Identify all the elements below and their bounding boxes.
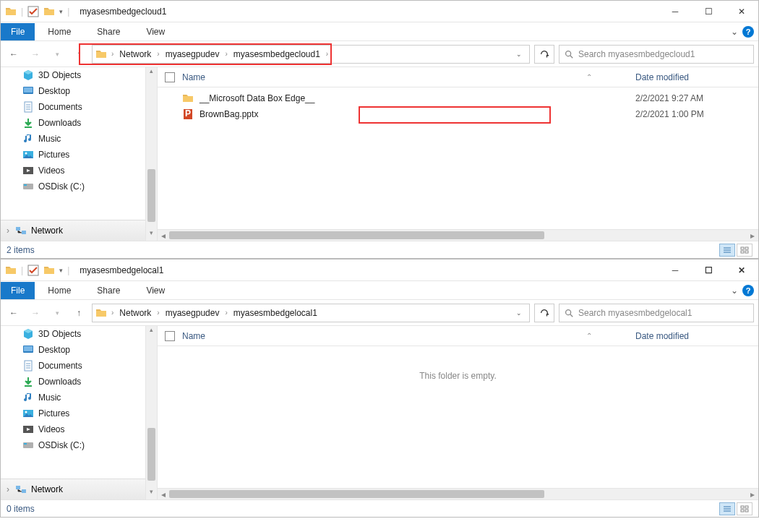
col-name[interactable]: Name⌃ (182, 72, 635, 82)
status-bar: 2 items (1, 241, 758, 258)
tab-home[interactable]: Home (35, 282, 84, 299)
minimize-button[interactable]: ─ (659, 259, 692, 281)
ribbon-collapse[interactable]: ⌄ (731, 27, 738, 37)
check-icon[interactable] (27, 265, 39, 276)
status-bar: 0 items (1, 499, 758, 517)
forward-button[interactable]: → (27, 46, 44, 63)
maximize-button[interactable]: ☐ (692, 259, 725, 281)
tab-home[interactable]: Home (35, 23, 84, 40)
nav-documents[interactable]: Documents (1, 358, 145, 374)
back-button[interactable]: ← (5, 46, 22, 63)
details-view-button[interactable] (719, 244, 735, 257)
col-name[interactable]: Name⌃ (182, 331, 635, 341)
up-button[interactable]: ↑ (70, 304, 87, 322)
nav-3d-objects[interactable]: 3D Objects (1, 67, 145, 83)
address-dropdown[interactable]: ⌄ (512, 51, 526, 58)
select-all-checkbox[interactable] (165, 72, 175, 82)
address-dropdown[interactable]: ⌄ (512, 309, 526, 317)
breadcrumb-sep[interactable]: › (110, 50, 115, 58)
file-row-pptx[interactable]: BrownBag.pptx 2/2/2021 1:00 PM (158, 106, 758, 122)
nav-scrollbar[interactable]: ▴ ▾ (145, 67, 157, 241)
details-view-button[interactable] (719, 502, 735, 515)
help-icon[interactable]: ? (742, 285, 754, 296)
nav-pictures[interactable]: Pictures (1, 147, 145, 163)
tab-share[interactable]: Share (84, 282, 133, 299)
nav-desktop[interactable]: Desktop (1, 83, 145, 99)
nav-network-group[interactable]: Network (1, 220, 145, 241)
nav-scrollbar[interactable]: ▴ ▾ (145, 326, 157, 499)
nav-3d-objects[interactable]: 3D Objects (1, 326, 145, 342)
recent-button[interactable]: ▾ (48, 46, 66, 63)
horizontal-scrollbar[interactable]: ◂ ▸ (158, 229, 758, 241)
breadcrumb-share[interactable]: myasesmbedgecloud1 (232, 49, 322, 59)
refresh-button[interactable] (534, 45, 554, 64)
nav-osdisk[interactable]: OSDisk (C:) (1, 437, 145, 453)
folder-icon (182, 93, 194, 104)
icons-view-button[interactable] (737, 502, 752, 515)
address-bar[interactable]: › Network › myasegpudev › myasesmbedgecl… (92, 45, 530, 64)
breadcrumb-sep[interactable]: › (223, 50, 228, 58)
ribbon-collapse[interactable]: ⌄ (731, 286, 738, 296)
col-date[interactable]: Date modified (635, 72, 758, 82)
nav-documents[interactable]: Documents (1, 99, 145, 115)
nav-music[interactable]: Music (1, 131, 145, 147)
file-row-folder[interactable]: __Microsoft Data Box Edge__ 2/2/2021 9:2… (158, 90, 758, 106)
refresh-button[interactable] (534, 304, 554, 322)
nav-music[interactable]: Music (1, 390, 145, 406)
forward-button[interactable]: → (27, 304, 44, 322)
file-tab[interactable]: File (1, 282, 35, 299)
qat-divider: | (21, 265, 23, 275)
tab-view[interactable]: View (133, 23, 178, 40)
qat-dropdown[interactable]: ▾ (59, 8, 63, 15)
breadcrumb-host[interactable]: myasegpudev (164, 308, 221, 318)
breadcrumb-sep[interactable]: › (325, 50, 330, 58)
breadcrumb-share[interactable]: myasesmbedgelocal1 (232, 308, 319, 318)
nav-downloads[interactable]: Downloads (1, 115, 145, 131)
breadcrumb-host[interactable]: myasegpudev (164, 49, 221, 59)
up-button[interactable]: ↑ (70, 46, 87, 63)
breadcrumb-sep[interactable]: › (223, 309, 228, 317)
back-button[interactable]: ← (5, 304, 22, 322)
nav-desktop[interactable]: Desktop (1, 342, 145, 358)
maximize-button[interactable]: ☐ (692, 1, 725, 22)
breadcrumb-network[interactable]: Network (118, 49, 153, 59)
icons-view-button[interactable] (737, 244, 752, 257)
breadcrumb-sep[interactable]: › (155, 50, 160, 58)
nav-osdisk[interactable]: OSDisk (C:) (1, 179, 145, 194)
file-tab[interactable]: File (1, 23, 35, 40)
select-all-checkbox[interactable] (165, 331, 175, 341)
tab-share[interactable]: Share (84, 23, 133, 40)
help-icon[interactable]: ? (742, 26, 754, 38)
recent-button[interactable]: ▾ (48, 304, 66, 322)
svg-rect-15 (745, 247, 748, 249)
nav-videos[interactable]: Videos (1, 163, 145, 179)
search-input[interactable]: Search myasesmbedgecloud1 (559, 45, 754, 64)
file-date: 2/2/2021 9:27 AM (635, 93, 758, 103)
search-input[interactable]: Search myasesmbedgelocal1 (559, 304, 754, 322)
col-date[interactable]: Date modified (635, 331, 758, 341)
breadcrumb-sep[interactable]: › (110, 309, 115, 317)
horizontal-scrollbar[interactable]: ◂ ▸ (158, 488, 758, 499)
nav-videos[interactable]: Videos (1, 421, 145, 437)
nav-downloads[interactable]: Downloads (1, 374, 145, 390)
qat-divider: | (21, 7, 23, 17)
tab-view[interactable]: View (133, 282, 178, 299)
file-list-pane: Name⌃ Date modified __Microsoft Data Box… (157, 67, 758, 241)
check-icon[interactable] (27, 6, 39, 17)
close-button[interactable]: ✕ (725, 1, 758, 22)
nav-pictures[interactable]: Pictures (1, 406, 145, 421)
search-icon (564, 49, 574, 59)
qat-dropdown[interactable]: ▾ (59, 267, 63, 274)
sort-indicator: ⌃ (586, 332, 592, 340)
qat-divider: | (67, 265, 69, 275)
minimize-button[interactable]: ─ (659, 1, 692, 22)
nav-network-group[interactable]: Network (1, 479, 145, 499)
search-placeholder: Search myasesmbedgecloud1 (578, 49, 695, 59)
close-button[interactable]: ✕ (725, 259, 758, 281)
navbar: ← → ▾ ↑ › Network › myasegpudev › myases… (1, 41, 758, 67)
address-bar[interactable]: › Network › myasegpudev › myasesmbedgelo… (92, 304, 530, 322)
breadcrumb-network[interactable]: Network (118, 308, 153, 318)
explorer-window-cloud: | ▾ | myasesmbedgecloud1 ─ ☐ ✕ File Home… (0, 0, 759, 259)
titlebar: | ▾ | myasesmbedgelocal1 ─ ☐ ✕ (1, 259, 758, 281)
breadcrumb-sep[interactable]: › (155, 309, 160, 317)
